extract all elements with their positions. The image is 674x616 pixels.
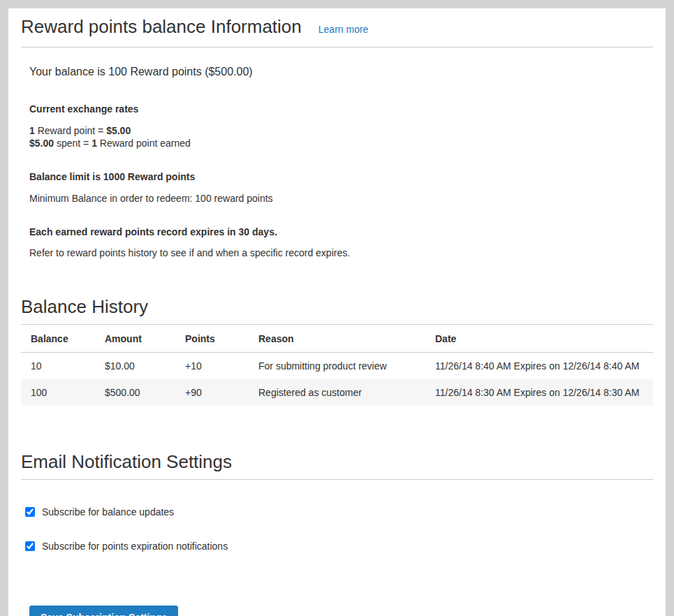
balance-limit: Balance limit is 1000 Reward points [29, 171, 645, 182]
subscribe-balance-updates-row: Subscribe for balance updates [25, 506, 653, 518]
rate1-text: Reward point = [35, 125, 106, 136]
points-expiration-checkbox[interactable] [25, 541, 35, 551]
cell-reason: For submitting product review [249, 352, 425, 379]
rate2-points: 1 [91, 138, 97, 149]
cell-amount: $10.00 [95, 352, 175, 379]
minimum-balance: Minimum Balance in order to redeem: 100 … [29, 193, 645, 204]
column-header-points: Points [175, 324, 249, 352]
column-header-amount: Amount [95, 324, 175, 352]
learn-more-link[interactable]: Learn more [318, 24, 369, 35]
rate2-money: $5.00 [29, 138, 54, 149]
exchange-rates: 1 Reward point = $5.00 $5.00 spent = 1 R… [29, 124, 645, 151]
cell-balance: 10 [21, 352, 95, 379]
cell-date: 11/26/14 8:40 AM Expires on 12/26/14 8:4… [425, 352, 653, 379]
page-title: Reward points balance Information [21, 17, 302, 37]
balance-history-section: Balance History Balance Amount Points Re… [21, 297, 653, 406]
balance-history-title: Balance History [21, 297, 148, 317]
cell-points: +10 [175, 352, 249, 379]
points-expiration-label[interactable]: Subscribe for points expiration notifica… [42, 541, 228, 552]
expiry-rule: Each earned reward points record expires… [29, 226, 645, 237]
balance-updates-label[interactable]: Subscribe for balance updates [42, 506, 174, 518]
table-header-row: Balance Amount Points Reason Date [21, 324, 653, 352]
rate2-text: spent = [54, 138, 91, 149]
rate2-suffix: Reward point earned [97, 138, 191, 149]
page-header: Reward points balance Information Learn … [21, 17, 653, 47]
balance-updates-checkbox[interactable] [25, 507, 35, 517]
exchange-rates-heading: Current exchange rates [29, 103, 645, 115]
table-row: 100 $500.00 +90 Registered as customer 1… [21, 379, 653, 406]
table-row: 10 $10.00 +10 For submitting product rev… [21, 352, 653, 379]
column-header-balance: Balance [21, 324, 95, 352]
cell-reason: Registered as customer [249, 379, 425, 406]
balance-history-table: Balance Amount Points Reason Date 10 $10… [21, 324, 653, 406]
rate-line-spend-earn: $5.00 spent = 1 Reward point earned [29, 137, 645, 150]
email-notification-header: Email Notification Settings [21, 452, 653, 480]
rate-line-earn-value: 1 Reward point = $5.00 [29, 124, 645, 138]
save-subscription-button[interactable]: Save Subscription Settings [29, 606, 178, 616]
column-header-date: Date [425, 324, 653, 352]
email-notification-section: Email Notification Settings Subscribe fo… [21, 452, 653, 616]
column-header-reason: Reason [249, 324, 425, 352]
email-notification-title: Email Notification Settings [21, 452, 232, 472]
cell-date: 11/26/14 8:30 AM Expires on 12/26/14 8:3… [425, 379, 653, 406]
rate1-points: 1 [29, 125, 35, 136]
cell-points: +90 [175, 379, 249, 406]
expiry-note: Refer to reward points history to see if… [29, 247, 645, 258]
rate1-money: $5.00 [106, 125, 131, 136]
subscribe-expiration-row: Subscribe for points expiration notifica… [25, 541, 653, 552]
cell-balance: 100 [21, 379, 95, 406]
reward-points-page: Reward points balance Information Learn … [8, 8, 666, 616]
cell-amount: $500.00 [95, 379, 175, 406]
balance-summary: Your balance is 100 Reward points ($500.… [29, 66, 645, 78]
balance-history-header: Balance History [21, 297, 653, 324]
